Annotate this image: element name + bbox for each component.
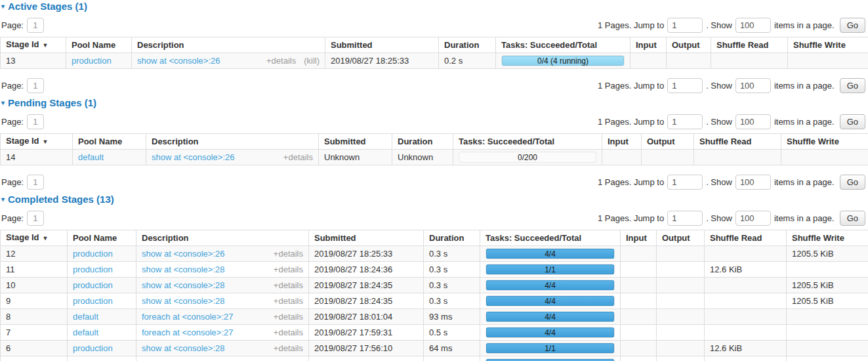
col-header-label: Tasks: Succeeded/Total [501, 40, 597, 50]
col-header-description[interactable]: Description [146, 134, 319, 150]
col-header-tasks-succeeded-total[interactable]: Tasks: Succeeded/Total [453, 134, 602, 150]
description-link[interactable]: show at <console>:26 [142, 249, 266, 259]
pool-name-link[interactable]: default [78, 152, 104, 162]
col-header-shuffle-read[interactable]: Shuffle Read [694, 134, 781, 150]
page-number-input[interactable] [27, 78, 44, 93]
completed-stages-header[interactable]: ▾ Completed Stages (13) [1, 194, 868, 205]
col-header-submitted[interactable]: Submitted [309, 230, 424, 246]
col-header-description[interactable]: Description [136, 230, 309, 246]
details-toggle[interactable]: +details [274, 312, 303, 322]
col-header-shuffle-write[interactable]: Shuffle Write [787, 230, 868, 246]
input-cell [621, 356, 657, 361]
col-header-label: Input [636, 40, 657, 50]
show-count-input[interactable] [735, 211, 771, 226]
col-header-submitted[interactable]: Submitted [319, 134, 392, 150]
details-toggle[interactable]: +details [274, 249, 303, 259]
go-button[interactable]: Go [840, 175, 865, 190]
go-button[interactable]: Go [840, 114, 865, 129]
show-count-input[interactable] [735, 18, 771, 33]
pool-name-link[interactable]: production [72, 56, 112, 66]
description-cell: show at <console>:28+details [136, 293, 309, 309]
pool-name-link[interactable]: production [73, 265, 113, 274]
pool-name-link[interactable]: production [73, 296, 113, 306]
active-stages-header[interactable]: ▾ Active Stages (1) [1, 1, 868, 12]
description-link[interactable]: foreach at <console>:27 [142, 328, 266, 337]
col-header-output[interactable]: Output [657, 230, 705, 246]
col-header-shuffle-write[interactable]: Shuffle Write [781, 134, 868, 150]
details-toggle[interactable]: +details [274, 296, 303, 306]
col-header-label: Shuffle Write [792, 233, 844, 243]
col-header-label: Shuffle Write [793, 40, 846, 50]
description-link[interactable]: show at <console>:28 [142, 265, 266, 274]
col-header-label: Pool Name [72, 40, 115, 50]
pool-name-link[interactable]: production [73, 343, 113, 353]
pool-name-link[interactable]: default [73, 328, 98, 337]
show-count-input[interactable] [735, 114, 771, 129]
col-header-label: Shuffle Read [710, 233, 762, 243]
pool-name-link[interactable]: production [73, 280, 113, 290]
col-header-stage-id[interactable]: Stage Id▼ [1, 230, 68, 246]
col-header-shuffle-write[interactable]: Shuffle Write [788, 37, 868, 53]
page-number-input[interactable] [27, 18, 44, 33]
page-number-input[interactable] [27, 114, 44, 129]
shuffle-write-cell [787, 325, 868, 341]
col-header-input[interactable]: Input [621, 230, 657, 246]
details-toggle[interactable]: +details [274, 343, 303, 353]
col-header-label: Input [608, 137, 629, 146]
description-link[interactable]: show at <console>:28 [142, 343, 266, 353]
pagination-right: 1 Pages. Jump to . Show items in a page.… [598, 211, 865, 226]
pool-name-link[interactable]: default [73, 312, 98, 322]
details-toggle[interactable]: +details [274, 280, 303, 290]
pagination-bar: Page: 1 Pages. Jump to . Show items in a… [1, 17, 865, 33]
col-header-description[interactable]: Description [132, 37, 325, 53]
go-button[interactable]: Go [840, 211, 865, 226]
col-header-tasks-succeeded-total[interactable]: Tasks: Succeeded/Total [480, 230, 621, 246]
duration-cell: 0.3 s [424, 262, 480, 278]
col-header-duration[interactable]: Duration [392, 134, 453, 150]
col-header-duration[interactable]: Duration [439, 37, 496, 53]
tasks-progress-cell: 0/200 [453, 150, 602, 165]
col-header-duration[interactable]: Duration [424, 230, 480, 246]
col-header-pool-name[interactable]: Pool Name [73, 134, 146, 150]
col-header-shuffle-read[interactable]: Shuffle Read [711, 37, 788, 53]
jump-to-input[interactable] [667, 175, 703, 190]
show-count-input[interactable] [735, 175, 771, 190]
col-header-shuffle-read[interactable]: Shuffle Read [705, 230, 787, 246]
description-link[interactable]: foreach at <console>:27 [142, 312, 266, 322]
pending-stages-header[interactable]: ▾ Pending Stages (1) [1, 97, 868, 108]
jump-to-input[interactable] [667, 78, 703, 93]
description-link[interactable]: show at <console>:28 [142, 280, 266, 290]
details-toggle[interactable]: +details [266, 56, 296, 66]
page-number-input[interactable] [27, 175, 44, 190]
jump-to-input[interactable] [667, 114, 703, 129]
pool-name-link[interactable]: production [73, 249, 113, 259]
details-toggle[interactable]: +details [283, 152, 313, 162]
jump-to-input[interactable] [667, 211, 703, 226]
col-header-output[interactable]: Output [642, 134, 694, 150]
col-header-pool-name[interactable]: Pool Name [68, 230, 136, 246]
page-number-input[interactable] [27, 211, 44, 226]
jump-to-input[interactable] [667, 18, 703, 33]
col-header-output[interactable]: Output [667, 37, 711, 53]
description-link[interactable]: show at <console>:26 [137, 56, 258, 66]
col-header-stage-id[interactable]: Stage Id▼ [1, 134, 73, 150]
col-header-label: Submitted [324, 137, 366, 146]
submitted-cell: 2019/08/27 18:25:33 [309, 246, 424, 262]
go-button[interactable]: Go [840, 18, 865, 33]
stage-row: 11productionshow at <console>:28+details… [1, 262, 868, 278]
details-toggle[interactable]: +details [274, 265, 303, 274]
col-header-stage-id[interactable]: Stage Id▼ [1, 37, 66, 53]
pagination-bar: Page: 1 Pages. Jump to . Show items in a… [1, 174, 865, 190]
col-header-pool-name[interactable]: Pool Name [66, 37, 132, 53]
kill-link[interactable]: (kill) [304, 56, 320, 66]
col-header-input[interactable]: Input [602, 134, 642, 150]
tasks-progress-bar: 0/4 (4 running) [501, 55, 625, 66]
go-button[interactable]: Go [840, 78, 865, 93]
details-toggle[interactable]: +details [274, 328, 303, 337]
description-link[interactable]: show at <console>:28 [142, 296, 266, 306]
col-header-tasks-succeeded-total[interactable]: Tasks: Succeeded/Total [496, 37, 630, 53]
col-header-submitted[interactable]: Submitted [325, 37, 439, 53]
col-header-input[interactable]: Input [630, 37, 667, 53]
show-count-input[interactable] [735, 78, 771, 93]
description-link[interactable]: show at <console>:26 [152, 152, 276, 162]
